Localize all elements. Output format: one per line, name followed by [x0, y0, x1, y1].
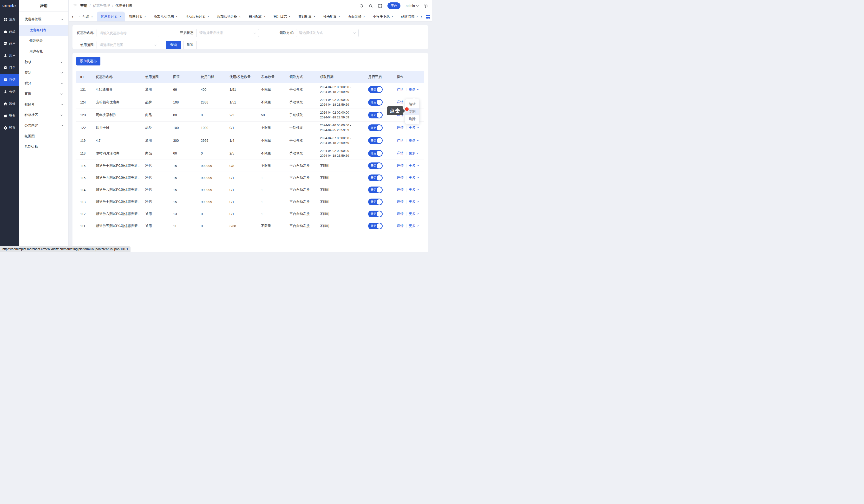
- sidebar-item-公告内容[interactable]: 公告内容: [19, 120, 68, 131]
- detail-link[interactable]: 详情: [397, 126, 404, 130]
- tab-options-grid-icon[interactable]: [426, 15, 430, 19]
- detail-link[interactable]: 详情: [397, 100, 404, 104]
- more-link[interactable]: 更多: [409, 188, 419, 192]
- more-link[interactable]: 更多: [409, 164, 419, 168]
- detail-link[interactable]: 详情: [397, 87, 404, 91]
- close-icon[interactable]: ×: [119, 15, 121, 19]
- detail-link[interactable]: 详情: [397, 212, 404, 216]
- sidebar-item-活动边框[interactable]: 活动边框: [19, 142, 68, 152]
- more-link[interactable]: 更多: [409, 200, 419, 204]
- detail-link[interactable]: 详情: [397, 176, 404, 180]
- detail-link[interactable]: 详情: [397, 188, 404, 192]
- tab-积分配置[interactable]: 积分配置×: [245, 12, 269, 22]
- sidebar-item-优惠券列表[interactable]: 优惠券列表: [19, 25, 68, 36]
- rail-item-装修[interactable]: 装修: [0, 98, 19, 110]
- rail-item-商品[interactable]: 商品: [0, 25, 19, 38]
- close-icon[interactable]: ×: [363, 15, 365, 19]
- more-link[interactable]: 更多: [409, 151, 419, 156]
- sidebar-item-用户有礼[interactable]: 用户有礼: [19, 46, 68, 57]
- user-menu[interactable]: admin: [406, 4, 418, 8]
- more-link[interactable]: 更多: [409, 126, 419, 130]
- enable-toggle[interactable]: 开启: [368, 99, 383, 106]
- enable-toggle[interactable]: 开启: [368, 162, 383, 169]
- rail-item-设置[interactable]: 设置: [0, 122, 19, 134]
- popup-item-编辑[interactable]: 编辑: [405, 100, 419, 108]
- sidebar-item-视频号[interactable]: 视频号: [19, 99, 68, 110]
- close-icon[interactable]: ×: [239, 15, 241, 19]
- coupon-name-input[interactable]: [97, 29, 159, 37]
- add-coupon-button[interactable]: 添加优惠券: [76, 57, 100, 65]
- detail-link[interactable]: 详情: [397, 224, 404, 228]
- open-status-select[interactable]: 请选择开启状态: [196, 29, 259, 37]
- rail-item-营销[interactable]: 营销: [0, 74, 19, 86]
- tab-积分日志[interactable]: 积分日志×: [269, 12, 294, 22]
- tab-秒杀配置[interactable]: 秒杀配置×: [319, 12, 344, 22]
- tabs-scroll-right-icon[interactable]: ›: [419, 14, 424, 19]
- enable-toggle[interactable]: 开启: [368, 150, 383, 157]
- receive-method-select[interactable]: 请选择领取方式: [296, 29, 359, 37]
- rail-item-分销[interactable]: 分销: [0, 86, 19, 98]
- sidebar-item-秒杀[interactable]: 秒杀: [19, 57, 68, 67]
- close-icon[interactable]: ×: [207, 15, 209, 19]
- close-icon[interactable]: ×: [338, 15, 340, 19]
- close-icon[interactable]: ×: [288, 15, 290, 19]
- popup-item-删除[interactable]: 删除: [405, 115, 419, 123]
- rail-item-订单[interactable]: 订单: [0, 62, 19, 74]
- rail-item-财务[interactable]: 财务: [0, 110, 19, 122]
- reset-button[interactable]: 重置: [183, 41, 197, 49]
- search-icon[interactable]: [369, 4, 373, 8]
- enable-toggle[interactable]: 开启: [368, 124, 383, 131]
- tab-优惠券列表[interactable]: 优惠券列表×: [97, 12, 125, 22]
- enable-toggle[interactable]: 开启: [368, 174, 383, 181]
- sidebar-item-种草社区[interactable]: 种草社区: [19, 110, 68, 120]
- rail-item-商户[interactable]: 商户: [0, 38, 19, 50]
- more-link[interactable]: 更多: [409, 138, 419, 143]
- close-icon[interactable]: ×: [264, 15, 266, 19]
- close-icon[interactable]: ×: [313, 15, 315, 19]
- detail-link[interactable]: 详情: [397, 138, 404, 142]
- more-link[interactable]: 更多: [409, 87, 419, 92]
- detail-link[interactable]: 详情: [397, 164, 404, 168]
- close-icon[interactable]: ×: [416, 15, 418, 19]
- more-link[interactable]: 更多: [409, 212, 419, 216]
- sidebar-item-直播[interactable]: 直播: [19, 89, 68, 99]
- rail-item-主页[interactable]: 主页: [0, 13, 19, 25]
- tab-氛围列表[interactable]: 氛围列表×: [125, 12, 150, 22]
- tab-品牌管理[interactable]: 品牌管理×: [397, 12, 419, 22]
- use-scope-select[interactable]: 请选择使用范围: [97, 41, 159, 49]
- tab-小程序下载[interactable]: 小程序下载×: [369, 12, 397, 22]
- tab-签到配置[interactable]: 签到配置×: [295, 12, 319, 22]
- tab-添加活动氛围[interactable]: 添加活动氛围×: [150, 12, 182, 22]
- sidebar-item-签到[interactable]: 签到: [19, 67, 68, 78]
- enable-toggle[interactable]: 开启: [368, 137, 383, 144]
- enable-toggle[interactable]: 开启: [368, 86, 383, 93]
- sidebar-item-积分[interactable]: 积分: [19, 78, 68, 89]
- fullscreen-icon[interactable]: [378, 4, 382, 8]
- close-icon[interactable]: ×: [144, 15, 146, 19]
- platform-badge[interactable]: 平台: [387, 2, 400, 9]
- tab-页面装修[interactable]: 页面装修×: [344, 12, 369, 22]
- sidebar-item-氛围图[interactable]: 氛围图: [19, 131, 68, 142]
- collapse-menu-icon[interactable]: [73, 4, 77, 8]
- enable-toggle[interactable]: 开启: [368, 223, 383, 229]
- close-icon[interactable]: ×: [91, 15, 93, 19]
- tab-一号通[interactable]: 一号通×: [75, 12, 97, 22]
- sidebar-item-领取记录[interactable]: 领取记录: [19, 36, 68, 46]
- enable-toggle[interactable]: 开启: [368, 211, 383, 217]
- more-link[interactable]: 更多: [409, 176, 419, 180]
- gear-icon[interactable]: [423, 4, 428, 8]
- tab-活动边框列表[interactable]: 活动边框列表×: [182, 12, 213, 22]
- detail-link[interactable]: 详情: [397, 200, 404, 204]
- refresh-icon[interactable]: [359, 4, 363, 8]
- search-button[interactable]: 查询: [166, 41, 181, 49]
- enable-toggle[interactable]: 开启: [368, 186, 383, 193]
- enable-toggle[interactable]: 开启: [368, 199, 383, 205]
- close-icon[interactable]: ×: [391, 15, 393, 19]
- tabs-scroll-left-icon[interactable]: ‹: [70, 14, 75, 19]
- close-icon[interactable]: ×: [176, 15, 178, 19]
- sidebar-item-优惠券管理[interactable]: 优惠券管理: [19, 13, 68, 25]
- enable-toggle[interactable]: 开启: [368, 112, 383, 119]
- tab-添加活动边框[interactable]: 添加活动边框×: [213, 12, 245, 22]
- rail-item-用户[interactable]: 用户: [0, 50, 19, 62]
- more-link[interactable]: 更多: [409, 224, 419, 228]
